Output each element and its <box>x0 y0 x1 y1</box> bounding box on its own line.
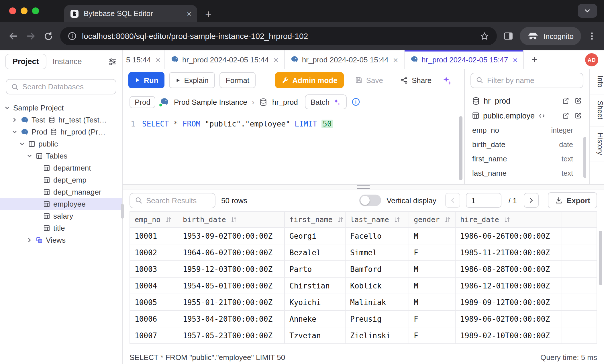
tree-item-prod[interactable]: Prodhr_prod (Pr… <box>0 126 122 138</box>
sort-icon[interactable] <box>231 216 238 223</box>
table-cell[interactable]: Tzvetan <box>285 327 345 344</box>
close-window-button[interactable] <box>9 7 16 14</box>
database-name[interactable]: hr_prod <box>272 98 298 106</box>
schema-filter[interactable] <box>470 72 583 88</box>
minimize-window-button[interactable] <box>21 7 28 14</box>
tree-item-dept-emp[interactable]: dept_emp <box>0 174 122 186</box>
save-button[interactable]: Save <box>348 72 389 88</box>
code-icon[interactable] <box>538 112 546 119</box>
external-link-icon[interactable] <box>562 97 570 105</box>
table-cell[interactable]: 10001 <box>130 228 178 244</box>
tree-item-public[interactable]: public <box>0 138 122 150</box>
schema-column-first_name[interactable]: first_nametext <box>465 152 589 166</box>
sort-icon[interactable] <box>444 216 451 223</box>
edit-icon[interactable] <box>574 97 582 105</box>
table-cell[interactable]: Parto <box>285 261 345 277</box>
panel-splitter[interactable] <box>123 184 604 189</box>
sort-icon[interactable] <box>165 216 172 223</box>
column-header-hire_date[interactable]: hire_date <box>455 211 562 228</box>
bookmark-star-icon[interactable] <box>480 31 489 41</box>
prev-page-button[interactable] <box>446 193 460 208</box>
sheet-tab-4[interactable]: hr_prod 2024-02-05 15:47× <box>404 50 524 69</box>
run-button[interactable]: Run <box>128 72 165 88</box>
close-sheet-icon[interactable]: × <box>393 55 398 64</box>
table-cell[interactable]: Preusig <box>345 310 409 327</box>
table-cell[interactable]: Bamford <box>345 261 409 277</box>
vertical-display-toggle[interactable] <box>359 195 381 206</box>
table-cell[interactable]: Kyoichi <box>285 294 345 310</box>
table-cell[interactable]: Zielinski <box>345 327 409 344</box>
sidebar-resize-handle[interactable] <box>121 204 124 219</box>
column-header-gender[interactable]: gender <box>409 211 455 228</box>
table-cell[interactable]: F <box>409 244 455 261</box>
table-cell[interactable]: Maliniak <box>345 294 409 310</box>
caret-down-icon[interactable] <box>11 129 18 135</box>
table-cell[interactable]: M <box>409 294 455 310</box>
table-cell[interactable]: Bezalel <box>285 244 345 261</box>
table-cell[interactable]: M <box>409 261 455 277</box>
close-sheet-icon[interactable]: × <box>273 55 279 64</box>
side-panel-icon[interactable] <box>503 31 513 41</box>
external-link-icon[interactable] <box>562 112 570 120</box>
table-cell[interactable]: Facello <box>345 228 409 244</box>
tree-item-title[interactable]: title <box>0 222 122 234</box>
back-button[interactable] <box>7 30 19 42</box>
admin-mode-button[interactable]: Admin mode <box>275 72 344 88</box>
schema-column-emp_no[interactable]: emp_nointeger <box>465 123 589 137</box>
table-cell[interactable]: 10006 <box>130 310 178 327</box>
environment-chip[interactable]: Prod <box>130 96 156 108</box>
table-cell[interactable]: Chirstian <box>285 277 345 294</box>
table-cell[interactable]: 1989-02-10T00:00:00Z <box>455 327 562 344</box>
table-cell[interactable]: 1989-06-02T00:00:00Z <box>455 310 562 327</box>
column-header-last_name[interactable]: last_name <box>345 211 409 228</box>
table-cell[interactable]: Anneke <box>285 310 345 327</box>
forward-button[interactable] <box>25 30 37 42</box>
sql-editor[interactable]: 1 SELECT * FROM "public"."employee" LIMI… <box>123 113 464 184</box>
panel-tab-sheet[interactable]: Sheet <box>590 94 604 126</box>
results-search-input[interactable] <box>146 196 210 205</box>
tab-project[interactable]: Project <box>5 54 46 69</box>
maximize-window-button[interactable] <box>32 7 39 14</box>
schema-column-last_name[interactable]: last_nametext <box>465 166 589 180</box>
close-tab-icon[interactable]: × <box>187 9 191 17</box>
tree-item-views[interactable]: Views <box>0 234 122 246</box>
table-cell[interactable]: 10005 <box>130 294 178 310</box>
tree-item-dept-manager[interactable]: dept_manager <box>0 186 122 198</box>
sheet-tab-3[interactable]: hr_prod 2024-02-05 15:44× <box>285 50 405 69</box>
user-avatar[interactable]: AD <box>585 53 598 66</box>
site-info-icon[interactable] <box>68 31 77 41</box>
share-button[interactable]: Share <box>394 72 438 88</box>
table-cell[interactable]: 10007 <box>130 327 178 344</box>
export-button[interactable]: Export <box>548 192 597 208</box>
table-cell[interactable]: M <box>409 277 455 294</box>
caret-right-icon[interactable] <box>11 117 18 123</box>
table-cell[interactable]: 1954-05-01T00:00:00Z <box>178 277 285 294</box>
page-number-input[interactable] <box>466 193 502 208</box>
table-cell[interactable]: 10004 <box>130 277 178 294</box>
tab-search-button[interactable] <box>578 4 597 18</box>
schema-scrollbar[interactable] <box>583 137 586 178</box>
tab-instance[interactable]: Instance <box>53 57 82 66</box>
tree-item-test[interactable]: Testhr_test (Test… <box>0 114 122 126</box>
schema-table-row[interactable]: public.employe <box>465 108 589 123</box>
address-bar[interactable]: localhost:8080/sql-editor/prod-sample-in… <box>60 27 497 45</box>
column-header-emp_no[interactable]: emp_no <box>130 211 178 228</box>
table-cell[interactable]: 1986-08-28T00:00:00Z <box>455 261 562 277</box>
sheet-tab-2[interactable]: hr_prod 2024-02-05 15:44× <box>165 50 285 69</box>
table-cell[interactable]: 1964-06-02T00:00:00Z <box>178 244 285 261</box>
caret-down-icon[interactable] <box>18 141 25 147</box>
table-cell[interactable]: 1957-05-23T00:00:00Z <box>178 327 285 344</box>
batch-button[interactable]: Batch <box>305 94 347 109</box>
instance-name[interactable]: Prod Sample Instance <box>174 98 247 106</box>
tree-settings-icon[interactable] <box>108 57 117 66</box>
sort-icon[interactable] <box>503 216 510 223</box>
schema-column-birth_date[interactable]: birth_datedate <box>465 137 589 152</box>
editor-scrollbar[interactable] <box>459 116 462 180</box>
sort-icon[interactable] <box>337 216 344 223</box>
table-cell[interactable]: 1986-06-26T00:00:00Z <box>455 228 562 244</box>
caret-down-icon[interactable] <box>26 153 33 159</box>
browser-menu-icon[interactable] <box>587 31 597 41</box>
schema-filter-input[interactable] <box>487 76 578 84</box>
new-sheet-tab-button[interactable]: + <box>524 50 545 69</box>
browser-tab[interactable]: Bytebase SQL Editor × <box>64 5 197 22</box>
